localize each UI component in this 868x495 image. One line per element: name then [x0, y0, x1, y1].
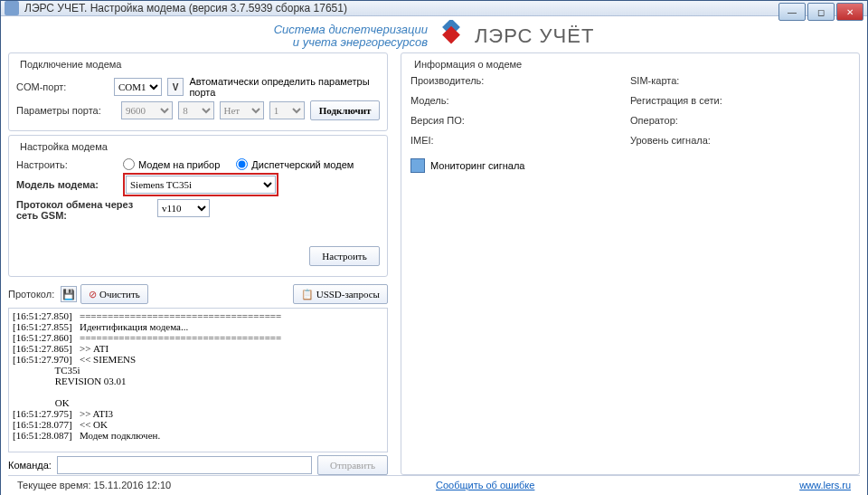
monitor-icon[interactable]	[410, 158, 425, 173]
minimize-button[interactable]: —	[778, 3, 806, 21]
parity-select[interactable]: Нет	[220, 101, 264, 119]
site-link[interactable]: www.lers.ru	[799, 480, 851, 490]
banner: Система диспетчеризации и учета энергоре…	[8, 20, 860, 52]
connect-button[interactable]: Подключит	[310, 100, 380, 120]
databits-select[interactable]: 8	[178, 101, 213, 119]
info-group-title: Информация о модеме	[410, 59, 525, 70]
com-port-select[interactable]: COM1	[114, 78, 162, 96]
status-time-label: Текущее время:	[17, 480, 91, 490]
setup-group: Настройка модема Настроить: Модем на при…	[8, 135, 388, 277]
model-highlight: Siemens TC35i	[123, 173, 278, 196]
auto-detect-button[interactable]: V	[167, 78, 184, 96]
brand-text: ЛЭРС УЧЁТ	[475, 24, 594, 48]
command-input[interactable]	[57, 456, 312, 474]
window-title: ЛЭРС УЧЕТ. Настройка модема (версия 3.7.…	[24, 2, 347, 14]
protocol-section-label: Протокол:	[8, 289, 61, 300]
model-label: Модель модема:	[16, 179, 118, 190]
maximize-button[interactable]: ◻	[807, 3, 835, 21]
setup-group-title: Настройка модема	[16, 141, 111, 152]
ussd-icon: 📋	[301, 289, 314, 300]
log-output[interactable]: [16:51:27.850] =========================…	[8, 308, 388, 452]
info-operator-label: Оператор:	[630, 115, 748, 126]
radio-device[interactable]: Модем на прибор	[123, 158, 220, 170]
banner-line2: и учета энергоресурсов	[274, 36, 428, 49]
app-icon	[5, 1, 19, 15]
monitor-label: Мониторинг сигнала	[430, 160, 524, 171]
baud-select[interactable]: 9600	[121, 101, 173, 119]
info-signal-label: Уровень сигнала:	[630, 135, 748, 146]
info-netreg-label: Регистрация в сети:	[630, 95, 748, 106]
protocol-select[interactable]: v110	[157, 199, 210, 217]
com-port-label: COM-порт:	[16, 81, 108, 92]
radio-dispatch[interactable]: Диспетчерский модем	[236, 158, 354, 170]
ussd-button[interactable]: 📋USSD-запросы	[293, 284, 388, 304]
logo-icon	[435, 20, 467, 52]
report-bug-link[interactable]: Сообщить об ошибке	[436, 480, 534, 490]
info-manufacturer-label: Производитель:	[410, 75, 528, 86]
info-model-label: Модель:	[410, 95, 528, 106]
clear-button[interactable]: ⊘Очистить	[80, 284, 148, 304]
model-select[interactable]: Siemens TC35i	[126, 176, 276, 194]
connection-group-title: Подключение модема	[16, 59, 125, 70]
send-button[interactable]: Отправить	[317, 455, 388, 475]
info-imei-label: IMEI:	[410, 135, 528, 146]
connection-group: Подключение модема COM-порт: COM1 V Авто…	[8, 52, 388, 131]
save-log-icon[interactable]: 💾	[61, 286, 77, 302]
auto-detect-text: Автоматически определить параметры порта	[189, 76, 380, 98]
protocol-label: Протокол обмена через сеть GSM:	[16, 199, 152, 221]
setup-button[interactable]: Настроить	[309, 246, 380, 266]
status-time-value: 15.11.2016 12:10	[94, 480, 172, 490]
info-group: Информация о модеме Производитель: SIM-к…	[401, 52, 860, 475]
port-params-label: Параметры порта:	[16, 105, 116, 116]
titlebar: ЛЭРС УЧЕТ. Настройка модема (версия 3.7.…	[1, 1, 867, 16]
command-label: Команда:	[8, 460, 52, 471]
configure-label: Настроить:	[16, 159, 118, 170]
info-version-label: Версия ПО:	[410, 115, 528, 126]
close-button[interactable]: ✕	[836, 3, 863, 21]
stopbits-select[interactable]: 1	[269, 101, 305, 119]
info-simcard-label: SIM-карта:	[630, 75, 748, 86]
banner-line1: Система диспетчеризации	[274, 24, 428, 36]
clear-icon: ⊘	[89, 289, 97, 300]
